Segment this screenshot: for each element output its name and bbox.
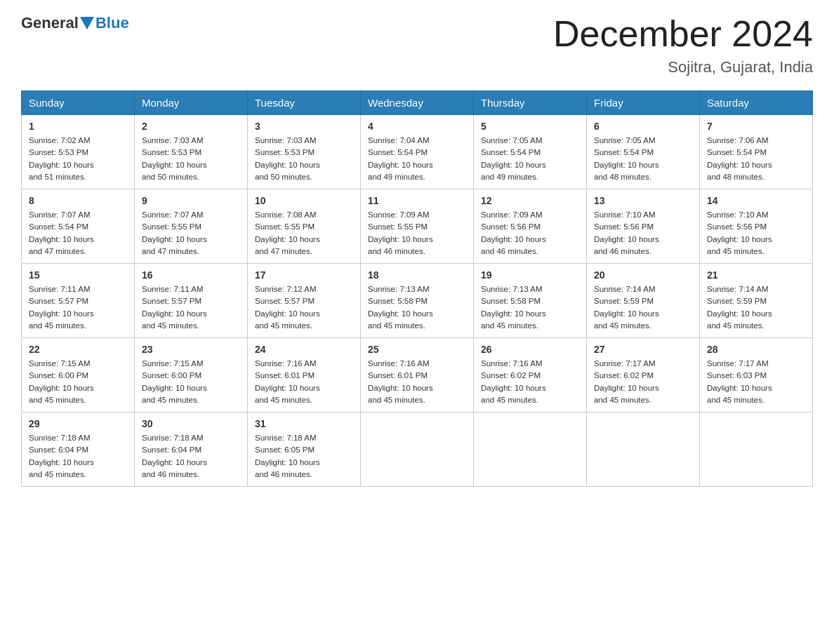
calendar-day-cell: 20 Sunrise: 7:14 AMSunset: 5:59 PMDaylig… [587, 264, 700, 338]
day-info: Sunrise: 7:18 AMSunset: 6:04 PMDaylight:… [142, 432, 240, 481]
day-info: Sunrise: 7:11 AMSunset: 5:57 PMDaylight:… [29, 283, 127, 332]
day-number: 12 [481, 195, 579, 206]
col-friday: Friday [587, 91, 700, 115]
calendar-day-cell: 25 Sunrise: 7:16 AMSunset: 6:01 PMDaylig… [361, 338, 474, 412]
day-info: Sunrise: 7:18 AMSunset: 6:05 PMDaylight:… [255, 432, 353, 481]
day-info: Sunrise: 7:16 AMSunset: 6:01 PMDaylight:… [255, 358, 353, 406]
day-number: 18 [368, 269, 466, 281]
day-number: 8 [29, 195, 127, 206]
col-thursday: Thursday [474, 91, 587, 115]
logo-triangle-icon [80, 17, 94, 29]
calendar-day-cell: 30 Sunrise: 7:18 AMSunset: 6:04 PMDaylig… [135, 412, 248, 487]
calendar-day-cell: 22 Sunrise: 7:15 AMSunset: 6:00 PMDaylig… [22, 338, 135, 412]
day-info: Sunrise: 7:15 AMSunset: 6:00 PMDaylight:… [142, 358, 240, 406]
logo-blue-text: Blue [95, 14, 129, 32]
calendar-day-cell: 11 Sunrise: 7:09 AMSunset: 5:55 PMDaylig… [361, 189, 474, 264]
calendar-day-cell: 12 Sunrise: 7:09 AMSunset: 5:56 PMDaylig… [474, 189, 587, 264]
col-tuesday: Tuesday [248, 91, 361, 115]
day-number: 11 [368, 195, 466, 206]
col-wednesday: Wednesday [361, 91, 474, 115]
calendar-day-cell: 15 Sunrise: 7:11 AMSunset: 5:57 PMDaylig… [22, 264, 135, 338]
calendar-day-cell: 27 Sunrise: 7:17 AMSunset: 6:02 PMDaylig… [587, 338, 700, 412]
day-info: Sunrise: 7:09 AMSunset: 5:55 PMDaylight:… [368, 209, 466, 257]
day-info: Sunrise: 7:17 AMSunset: 6:03 PMDaylight:… [707, 358, 805, 406]
calendar-week-row: 29 Sunrise: 7:18 AMSunset: 6:04 PMDaylig… [22, 412, 813, 487]
calendar-week-row: 8 Sunrise: 7:07 AMSunset: 5:54 PMDayligh… [22, 189, 813, 264]
calendar-day-cell: 21 Sunrise: 7:14 AMSunset: 5:59 PMDaylig… [700, 264, 813, 338]
day-info: Sunrise: 7:13 AMSunset: 5:58 PMDaylight:… [481, 283, 579, 332]
day-number: 15 [29, 269, 127, 281]
day-number: 1 [29, 121, 127, 132]
day-number: 29 [29, 418, 127, 429]
calendar-header-row: Sunday Monday Tuesday Wednesday Thursday… [22, 91, 813, 115]
location-text: Sojitra, Gujarat, India [553, 58, 813, 76]
calendar-day-cell: 8 Sunrise: 7:07 AMSunset: 5:54 PMDayligh… [22, 189, 135, 264]
day-number: 25 [368, 344, 466, 355]
day-info: Sunrise: 7:14 AMSunset: 5:59 PMDaylight:… [707, 283, 805, 332]
logo: General Blue [21, 14, 129, 32]
calendar-day-cell: 18 Sunrise: 7:13 AMSunset: 5:58 PMDaylig… [361, 264, 474, 338]
day-number: 23 [142, 344, 240, 355]
day-info: Sunrise: 7:03 AMSunset: 5:53 PMDaylight:… [142, 135, 240, 183]
calendar-week-row: 15 Sunrise: 7:11 AMSunset: 5:57 PMDaylig… [22, 264, 813, 338]
calendar-day-cell: 1 Sunrise: 7:02 AMSunset: 5:53 PMDayligh… [22, 115, 135, 189]
calendar-day-cell: 7 Sunrise: 7:06 AMSunset: 5:54 PMDayligh… [700, 115, 813, 189]
day-info: Sunrise: 7:11 AMSunset: 5:57 PMDaylight:… [142, 283, 240, 332]
page-header: General Blue December 2024 Sojitra, Guja… [21, 14, 813, 76]
day-number: 14 [707, 195, 805, 206]
day-info: Sunrise: 7:07 AMSunset: 5:55 PMDaylight:… [142, 209, 240, 257]
day-info: Sunrise: 7:02 AMSunset: 5:53 PMDaylight:… [29, 135, 127, 183]
calendar-day-cell: 3 Sunrise: 7:03 AMSunset: 5:53 PMDayligh… [248, 115, 361, 189]
calendar-day-cell: 26 Sunrise: 7:16 AMSunset: 6:02 PMDaylig… [474, 338, 587, 412]
month-title: December 2024 [553, 14, 813, 54]
calendar-day-cell: 24 Sunrise: 7:16 AMSunset: 6:01 PMDaylig… [248, 338, 361, 412]
calendar-day-cell: 13 Sunrise: 7:10 AMSunset: 5:56 PMDaylig… [587, 189, 700, 264]
col-monday: Monday [135, 91, 248, 115]
day-info: Sunrise: 7:15 AMSunset: 6:00 PMDaylight:… [29, 358, 127, 406]
day-info: Sunrise: 7:03 AMSunset: 5:53 PMDaylight:… [255, 135, 353, 183]
day-number: 27 [594, 344, 692, 355]
day-number: 17 [255, 269, 353, 281]
day-info: Sunrise: 7:16 AMSunset: 6:02 PMDaylight:… [481, 358, 579, 406]
calendar-day-cell: 17 Sunrise: 7:12 AMSunset: 5:57 PMDaylig… [248, 264, 361, 338]
day-info: Sunrise: 7:12 AMSunset: 5:57 PMDaylight:… [255, 283, 353, 332]
day-info: Sunrise: 7:08 AMSunset: 5:55 PMDaylight:… [255, 209, 353, 257]
day-number: 4 [368, 121, 466, 132]
calendar-table: Sunday Monday Tuesday Wednesday Thursday… [21, 90, 813, 487]
calendar-day-cell: 10 Sunrise: 7:08 AMSunset: 5:55 PMDaylig… [248, 189, 361, 264]
day-number: 28 [707, 344, 805, 355]
day-info: Sunrise: 7:13 AMSunset: 5:58 PMDaylight:… [368, 283, 466, 332]
day-number: 22 [29, 344, 127, 355]
day-number: 7 [707, 121, 805, 132]
calendar-day-cell: 23 Sunrise: 7:15 AMSunset: 6:00 PMDaylig… [135, 338, 248, 412]
day-number: 19 [481, 269, 579, 281]
day-info: Sunrise: 7:17 AMSunset: 6:02 PMDaylight:… [594, 358, 692, 406]
day-number: 3 [255, 121, 353, 132]
calendar-day-cell: 2 Sunrise: 7:03 AMSunset: 5:53 PMDayligh… [135, 115, 248, 189]
calendar-day-cell: 16 Sunrise: 7:11 AMSunset: 5:57 PMDaylig… [135, 264, 248, 338]
day-number: 13 [594, 195, 692, 206]
day-number: 21 [707, 269, 805, 281]
calendar-day-cell [474, 412, 587, 487]
calendar-day-cell [361, 412, 474, 487]
day-info: Sunrise: 7:10 AMSunset: 5:56 PMDaylight:… [707, 209, 805, 257]
calendar-day-cell: 31 Sunrise: 7:18 AMSunset: 6:05 PMDaylig… [248, 412, 361, 487]
day-number: 6 [594, 121, 692, 132]
day-info: Sunrise: 7:06 AMSunset: 5:54 PMDaylight:… [707, 135, 805, 183]
calendar-day-cell: 19 Sunrise: 7:13 AMSunset: 5:58 PMDaylig… [474, 264, 587, 338]
day-number: 31 [255, 418, 353, 429]
calendar-day-cell: 28 Sunrise: 7:17 AMSunset: 6:03 PMDaylig… [700, 338, 813, 412]
col-saturday: Saturday [700, 91, 813, 115]
day-info: Sunrise: 7:09 AMSunset: 5:56 PMDaylight:… [481, 209, 579, 257]
calendar-week-row: 22 Sunrise: 7:15 AMSunset: 6:00 PMDaylig… [22, 338, 813, 412]
day-number: 30 [142, 418, 240, 429]
day-number: 10 [255, 195, 353, 206]
day-info: Sunrise: 7:18 AMSunset: 6:04 PMDaylight:… [29, 432, 127, 481]
day-number: 16 [142, 269, 240, 281]
logo-general-text: General [21, 14, 79, 32]
day-info: Sunrise: 7:05 AMSunset: 5:54 PMDaylight:… [594, 135, 692, 183]
day-info: Sunrise: 7:04 AMSunset: 5:54 PMDaylight:… [368, 135, 466, 183]
calendar-day-cell [700, 412, 813, 487]
day-number: 9 [142, 195, 240, 206]
calendar-day-cell: 4 Sunrise: 7:04 AMSunset: 5:54 PMDayligh… [361, 115, 474, 189]
